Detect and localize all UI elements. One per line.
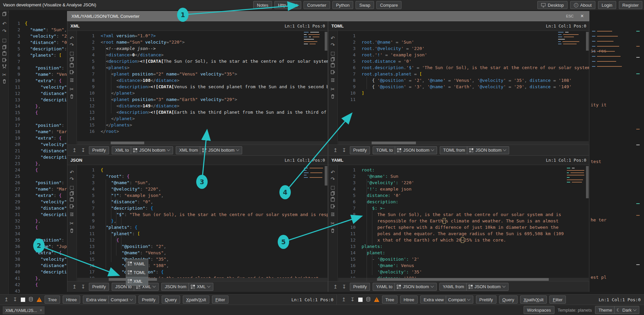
database-icon[interactable] — [365, 297, 371, 303]
warning-icon[interactable]: ! — [374, 297, 379, 302]
top-tab-converter[interactable]: Converter — [304, 1, 330, 9]
trash-icon[interactable] — [330, 94, 336, 100]
code-line[interactable]: distance: '0' — [362, 192, 564, 199]
code-line[interactable]: <description><![CDATA[The Sun (or Sol), … — [101, 58, 328, 64]
code-line[interactable]: root.'@name' = 'Sun' — [362, 39, 589, 45]
code-line[interactable]: description: — [362, 199, 564, 205]
workspaces-button[interactable]: Workspaces — [524, 306, 554, 314]
paste-icon[interactable] — [330, 63, 336, 68]
yaml-convert-to-dropdown[interactable]: YAML toJSON bottom — [373, 283, 436, 291]
json-editor[interactable]: 123456789101112131415161718{ "root": { "… — [77, 165, 328, 278]
export-icon[interactable] — [330, 69, 336, 75]
database-icon[interactable] — [28, 297, 34, 303]
paste-icon[interactable] — [69, 63, 75, 68]
code-line[interactable]: '@velocity': '35' — [362, 269, 564, 275]
top-tab-compare[interactable]: Compare — [376, 1, 401, 9]
code-line[interactable]: <distance>108</distance> — [101, 77, 328, 84]
json-vscrollbar[interactable] — [325, 166, 327, 186]
yaml-hscrollbar-thumb[interactable] — [377, 278, 549, 281]
left-tree-button[interactable]: Tree — [45, 296, 60, 304]
copy-icon[interactable] — [330, 191, 336, 197]
code-line[interactable]: </planet> — [101, 90, 328, 96]
code-line[interactable]: "@name": "Sun", — [101, 179, 328, 186]
toml-vscrollbar[interactable] — [586, 32, 589, 51]
redo-icon[interactable]: ↷ — [69, 42, 75, 48]
xml-editor[interactable]: 12345678910111213141516<?xml version="1.… — [77, 31, 328, 141]
download-icon[interactable]: ↧ — [12, 297, 18, 303]
top-button-about[interactable]: iAbout — [570, 1, 595, 9]
json-prettify-button[interactable]: Prettify — [89, 283, 109, 291]
redo-icon[interactable]: ↷ — [69, 176, 75, 182]
justify-icon[interactable] — [330, 212, 336, 218]
merge-icon[interactable] — [1, 64, 7, 70]
code-line[interactable]: '!': example json — [362, 186, 564, 192]
xml-hscrollbar-track[interactable] — [77, 141, 327, 145]
code-line[interactable]: { '@position' = '3', '@name' = 'Earth', … — [362, 84, 589, 90]
paste-icon[interactable] — [1, 51, 7, 57]
code-line[interactable]: "$": "The Sun (or Sol), is the star at t… — [101, 211, 328, 218]
selection-icon[interactable] — [330, 51, 336, 57]
right-xpath-button[interactable]: Xpath/Xslt — [520, 296, 547, 304]
white-square-icon[interactable] — [21, 298, 25, 302]
code-line[interactable]: root.'@velocity' = '220' — [362, 45, 589, 52]
trash-icon[interactable] — [69, 94, 75, 100]
undo-icon[interactable]: ↶ — [1, 21, 7, 27]
menu-item-xml[interactable]: XML — [126, 277, 148, 285]
right-query-button[interactable]: Query — [499, 296, 518, 304]
code-line[interactable]: }, — [101, 218, 328, 224]
code-line[interactable]: root.'!' = 'example json' — [362, 52, 589, 58]
left-filter-button[interactable]: Filter — [212, 296, 228, 304]
code-line[interactable]: "distance": "0", — [101, 199, 328, 205]
download-icon[interactable]: ↧ — [341, 284, 347, 290]
code-line[interactable]: { — [101, 237, 328, 243]
left-prettify-button[interactable]: Prettify — [139, 296, 159, 304]
code-line[interactable]: "root": { — [101, 173, 328, 179]
paste-icon[interactable] — [330, 197, 336, 203]
upload-icon[interactable]: ↥ — [71, 284, 77, 290]
scissors-icon[interactable]: ✂ — [330, 220, 336, 226]
copy-icon[interactable] — [1, 11, 7, 17]
code-line[interactable] — [362, 33, 589, 39]
code-line[interactable]: </root> — [101, 128, 328, 135]
undo-icon[interactable]: ↶ — [69, 169, 75, 175]
xml-prettify-button[interactable]: Prettify — [89, 146, 109, 154]
top-tab-notes[interactable]: Notes — [253, 1, 272, 9]
justify-icon[interactable] — [69, 212, 75, 218]
top-tab-python[interactable]: Python — [332, 1, 353, 9]
trash-icon[interactable] — [330, 228, 336, 234]
left-query-button[interactable]: Query — [162, 296, 180, 304]
justify-icon[interactable] — [330, 78, 336, 84]
code-line[interactable]: ] — [362, 90, 589, 96]
toml-prettify-button[interactable]: Prettify — [350, 146, 370, 154]
scissors-icon[interactable]: ✂ — [69, 86, 75, 92]
export-icon[interactable] — [69, 204, 75, 209]
xml-convert-to-dropdown[interactable]: XML toJSON bottom — [112, 146, 173, 154]
upload-icon[interactable]: ↥ — [3, 297, 9, 303]
right-prettify-button[interactable]: Prettify — [476, 296, 496, 304]
yaml-vscrollbar[interactable] — [586, 166, 589, 198]
yaml-prettify-button[interactable]: Prettify — [350, 283, 370, 291]
code-line[interactable]: planet: — [362, 250, 564, 256]
code-line[interactable]: <!--example json--> — [101, 45, 328, 52]
code-line[interactable]: '@velocity': '220' — [362, 179, 564, 186]
yaml-editor[interactable]: 123456789101112131415161718root: '@name'… — [338, 165, 589, 278]
code-line[interactable]: "@position": "2", — [101, 243, 328, 250]
export-icon[interactable] — [69, 69, 75, 75]
copy-icon[interactable] — [1, 45, 7, 50]
toml-hscrollbar-thumb[interactable] — [372, 142, 416, 144]
trash-icon[interactable] — [1, 79, 7, 85]
menu-item-yaml[interactable]: YAML — [126, 259, 148, 268]
selection-icon[interactable] — [69, 51, 75, 57]
menu-item-toml[interactable]: TOML — [126, 268, 148, 277]
document-tab[interactable]: XML/YAML/JS... × — [3, 306, 45, 314]
paste-icon[interactable] — [69, 197, 75, 203]
code-line[interactable]: <?xml version="1.0"?> — [101, 33, 328, 39]
scissors-icon[interactable]: ✂ — [330, 86, 336, 92]
code-line[interactable]: x that of the Earth) of which 20-25% is … — [362, 237, 564, 243]
right-tree-button[interactable]: Tree — [382, 296, 397, 304]
code-line[interactable]: <distance>149</distance> — [101, 103, 328, 109]
code-line[interactable]: { '@position' = '2', '@name' = 'Venus', … — [362, 77, 589, 84]
code-line[interactable] — [362, 96, 589, 103]
copy-icon[interactable] — [69, 57, 75, 62]
white-square-icon[interactable] — [358, 298, 363, 302]
